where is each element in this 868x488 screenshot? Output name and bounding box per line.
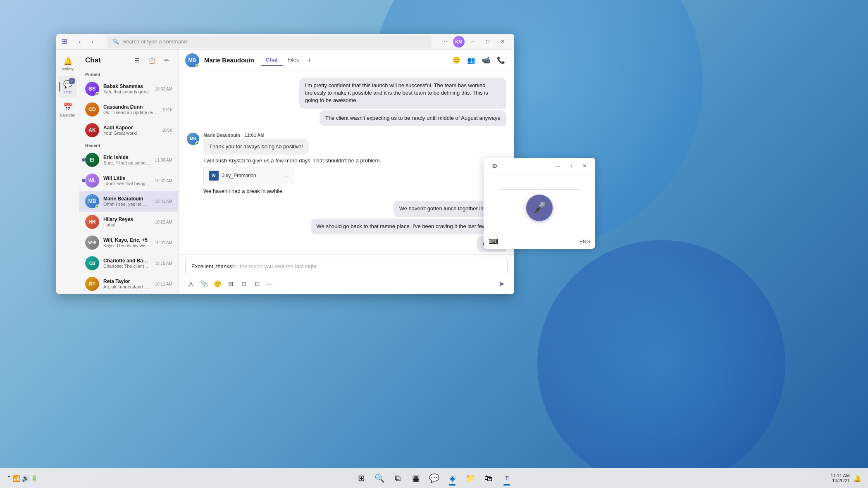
taskbar-start[interactable]: ⊞: [353, 470, 370, 486]
chat-name: Reta Taylor: [103, 279, 151, 284]
chat-item-marie[interactable]: MB Marie Beaudouin Ohhh I see, yes let m…: [79, 191, 178, 212]
sidebar-calendar-label: Calendar: [60, 113, 75, 117]
voice-popup-footer: ⌨ ENG: [484, 234, 595, 249]
online-status: [95, 205, 99, 208]
chat-name: Eric Ishida: [103, 155, 151, 160]
chat-info-group: Will, Kayo, Eric, +5 Kayo: The review we…: [103, 237, 151, 248]
message-content: Marie Beaudouin 11:01 AM Thank you for a…: [203, 133, 506, 196]
avatar-aadi: AK: [85, 123, 99, 137]
taskbar-widgets[interactable]: ▦: [408, 470, 424, 486]
back-button[interactable]: ‹: [74, 36, 85, 47]
search-bar[interactable]: 🔍 Search or type a command: [107, 36, 432, 48]
chat-preview: Sure, I'll set up something for next wee…: [103, 160, 151, 165]
chat-item-reta[interactable]: RT Reta Taylor Ah, ok I understand now. …: [79, 274, 178, 294]
voice-send-button[interactable]: ↑: [565, 160, 577, 172]
chat-item-babak[interactable]: BS Babak Shammas Yah, that sounds great …: [79, 79, 178, 99]
sticker-button[interactable]: ⊟: [238, 278, 250, 290]
message-input-box[interactable]: Excellent, thanksfor the report you sent…: [185, 259, 508, 275]
call-button[interactable]: 📞: [494, 54, 508, 67]
store-icon: 🛍: [484, 474, 493, 483]
message-sent: I'm pretty confident that this launch wi…: [299, 78, 506, 109]
taskbar-explorer[interactable]: 📁: [462, 470, 479, 486]
close-button[interactable]: ✕: [496, 36, 509, 47]
chat-item-eric[interactable]: EI Eric Ishida Sure, I'll set up somethi…: [79, 150, 178, 170]
taskbar-task-view[interactable]: ⧉: [389, 470, 406, 486]
input-placeholder-text: for the report you sent me last night: [232, 263, 317, 269]
forward-button[interactable]: ›: [87, 36, 98, 47]
notification-icon[interactable]: 🔔: [853, 474, 861, 482]
voice-popup: ⚙ ─ ↑ ✕ 🎤 ⌨ ENG: [484, 158, 595, 249]
voice-close-button[interactable]: ✕: [579, 160, 590, 172]
participants-button[interactable]: 👥: [465, 54, 478, 67]
taskbar-search[interactable]: 🔍: [371, 470, 388, 486]
voice-minimize-button[interactable]: ─: [552, 160, 564, 172]
chat-item-aadi[interactable]: AK Aadi Kapoor You: Great work! 10/10: [79, 120, 178, 140]
taskbar-store[interactable]: 🛍: [480, 470, 497, 486]
sidebar-item-activity[interactable]: 🔔 Activity: [59, 53, 77, 74]
chat-time: 10/10: [162, 128, 172, 133]
chat-time: 10:42 AM: [155, 179, 172, 183]
chat-info-babak: Babak Shammas Yah, that sounds great: [103, 83, 151, 94]
search-icon: 🔍: [112, 38, 119, 45]
sidebar-item-chat[interactable]: 2 💬 Chat: [59, 76, 77, 98]
message-input-area: Excellent, thanksfor the report you sent…: [179, 254, 514, 294]
taskbar-chat-app[interactable]: 💬: [426, 470, 442, 486]
sidebar-activity-label: Activity: [62, 67, 74, 71]
maximize-button[interactable]: □: [481, 36, 494, 47]
messages-area[interactable]: I'm pretty confident that this launch wi…: [179, 71, 514, 254]
file-attachment[interactable]: W July_Promotion ···: [203, 167, 294, 184]
chat-name: Will Little: [103, 175, 151, 181]
user-avatar[interactable]: KM: [453, 36, 465, 48]
attach-button[interactable]: 📎: [198, 278, 210, 290]
chat-header-avatar: MB: [185, 53, 199, 67]
keyboard-icon[interactable]: ⌨: [489, 238, 498, 245]
avatar-group: W+5: [85, 236, 99, 250]
file-menu-button[interactable]: ···: [284, 172, 289, 179]
send-button[interactable]: ➤: [495, 278, 508, 290]
chat-info-reta: Reta Taylor Ah, ok I understand now.: [103, 279, 151, 289]
chat-info-eric: Eric Ishida Sure, I'll set up something …: [103, 155, 151, 165]
video-button[interactable]: 📹: [479, 54, 493, 67]
chat-name: Marie Beaudouin: [103, 196, 151, 202]
avatar-eric: EI: [85, 153, 99, 167]
gif-button[interactable]: ⊞: [225, 278, 236, 290]
emoji-button[interactable]: 🙂: [212, 278, 223, 290]
more-options-button[interactable]: ···: [438, 36, 451, 47]
chat-preview: Charlotte: The client was pretty happy w…: [103, 264, 151, 269]
chat-name: Hilary Reyes: [103, 217, 151, 222]
add-tab-button[interactable]: +: [304, 55, 315, 66]
new-chat-button[interactable]: ✏: [161, 55, 172, 66]
tab-chat[interactable]: Chat: [261, 55, 283, 66]
search-taskbar-icon: 🔍: [374, 473, 385, 483]
more-input-button[interactable]: ···: [265, 278, 276, 290]
chat-item-charlotte[interactable]: CB Charlotte and Babak Charlotte: The cl…: [79, 253, 178, 274]
emoji-action-button[interactable]: 🙂: [450, 54, 463, 67]
voice-settings-button[interactable]: ⚙: [489, 160, 500, 172]
battery-icon[interactable]: 🔋: [31, 475, 38, 481]
format-button[interactable]: A: [185, 278, 197, 290]
pinned-section-label: Pinned: [79, 69, 178, 79]
chevron-up-icon[interactable]: ⌃: [7, 475, 12, 481]
taskbar-clock[interactable]: 11:11 AM 10/20/21: [831, 473, 850, 483]
chat-item-will[interactable]: WL Will Little I don't see that being an…: [79, 170, 178, 191]
minimize-button[interactable]: ─: [466, 36, 479, 47]
taskbar-teams[interactable]: T: [498, 470, 515, 486]
tab-files[interactable]: Files: [283, 55, 304, 66]
chat-item-group[interactable]: W+5 Will, Kayo, Eric, +5 Kayo: The revie…: [79, 232, 178, 253]
voice-text-display: [499, 188, 580, 190]
compose-button[interactable]: 📋: [146, 55, 157, 66]
wifi-icon[interactable]: 📶: [12, 474, 21, 482]
chat-tabs: Chat Files +: [261, 55, 315, 66]
chat-info-marie: Marie Beaudouin Ohhh I see, yes let me f…: [103, 196, 151, 207]
volume-icon[interactable]: 🔊: [21, 474, 30, 482]
chat-item-hilary[interactable]: HR Hilary Reyes Haha! 10:22 AM: [79, 212, 178, 232]
mic-button[interactable]: 🎤: [526, 195, 553, 221]
chat-item-cassandra[interactable]: CD Cassandra Dunn Ok I'll send an update…: [79, 99, 178, 120]
taskbar-edge[interactable]: ◈: [444, 470, 460, 486]
chat-preview: Kayo: The review went really well!: [103, 243, 151, 248]
sidebar-item-calendar[interactable]: 📅 Calendar: [59, 99, 77, 121]
loop-button[interactable]: ⊡: [251, 278, 263, 290]
chat-header-name: Marie Beaudouin: [204, 57, 254, 64]
chat-preview: You: Great work!: [103, 131, 158, 136]
filter-button[interactable]: ☰: [131, 55, 143, 66]
